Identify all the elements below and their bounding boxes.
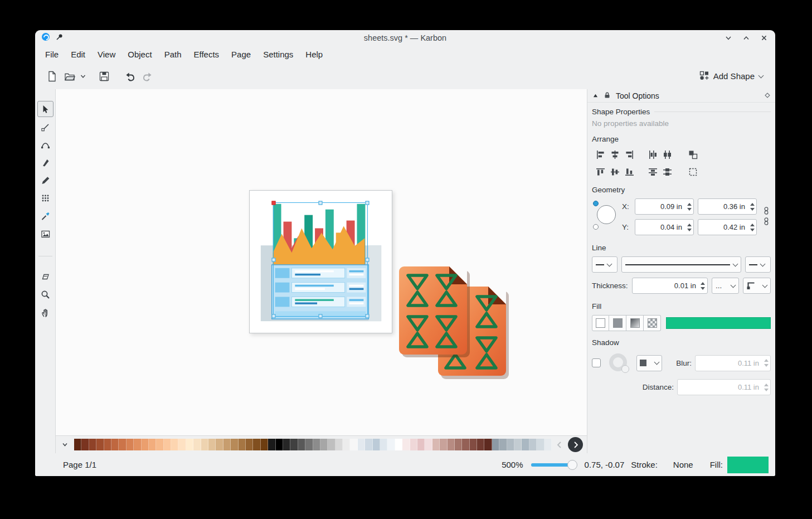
distribute-horizontal-center-button[interactable] — [660, 147, 674, 162]
menu-help[interactable]: Help — [299, 47, 329, 62]
palette-swatch[interactable] — [186, 439, 193, 450]
palette-swatch[interactable] — [178, 439, 186, 450]
palette-swatch[interactable] — [111, 439, 119, 450]
palette-swatch[interactable] — [507, 439, 514, 450]
bezier-curve-tool-button[interactable] — [37, 137, 54, 153]
align-top-button[interactable] — [593, 164, 607, 179]
ungroup-shapes-button[interactable] — [685, 164, 700, 179]
palette-swatch[interactable] — [470, 439, 477, 450]
line-join-select[interactable]: ... — [712, 278, 740, 294]
close-button[interactable] — [759, 33, 769, 43]
palette-swatch[interactable] — [283, 439, 290, 450]
canvas[interactable] — [56, 89, 587, 435]
calligraphy-tool-button[interactable] — [37, 154, 54, 171]
minimize-button[interactable] — [723, 33, 733, 43]
menu-file[interactable]: File — [39, 47, 65, 62]
height-spinbox[interactable]: 0.42 in — [698, 219, 757, 235]
line-thickness-spinbox[interactable]: 0.01 in — [632, 278, 708, 294]
palette-swatch[interactable] — [81, 439, 89, 450]
group-shapes-button[interactable] — [685, 147, 700, 162]
palette-swatch[interactable] — [253, 439, 260, 450]
zoom-slider[interactable] — [531, 459, 577, 471]
menu-page[interactable]: Page — [225, 47, 257, 62]
maximize-button[interactable] — [741, 33, 751, 43]
menu-object[interactable]: Object — [121, 47, 158, 62]
spinner-arrows[interactable] — [699, 282, 707, 290]
palette-swatch[interactable] — [350, 439, 357, 450]
palette-swatch[interactable] — [544, 439, 552, 450]
palette-swatch[interactable] — [119, 439, 126, 450]
zoom-tool-button[interactable] — [37, 287, 54, 303]
pencil-tool-button[interactable] — [37, 172, 54, 188]
palette-swatch[interactable] — [231, 439, 238, 450]
palette-swatch[interactable] — [455, 439, 462, 450]
menu-path[interactable]: Path — [158, 47, 188, 62]
palette-swatch[interactable] — [89, 439, 96, 450]
save-button[interactable] — [95, 67, 113, 85]
line-start-marker-select[interactable] — [592, 256, 617, 273]
line-style-select[interactable] — [621, 256, 741, 273]
palette-swatch[interactable] — [142, 439, 149, 450]
palette-swatch[interactable] — [239, 439, 246, 450]
chart-illustration-object[interactable] — [250, 191, 392, 333]
float-docker-icon[interactable] — [765, 91, 770, 100]
fill-none-button[interactable] — [592, 315, 609, 331]
palette-swatch[interactable] — [290, 439, 298, 450]
pin-icon[interactable] — [56, 33, 63, 43]
add-shape-button[interactable]: Add Shape — [695, 68, 767, 85]
palette-swatch[interactable] — [298, 439, 305, 450]
spinner-arrows[interactable] — [685, 203, 693, 211]
palette-swatch[interactable] — [305, 439, 313, 450]
palette-swatch[interactable] — [462, 439, 469, 450]
position-anchor-selector[interactable] — [592, 198, 622, 233]
y-position-spinbox[interactable]: 0.04 in — [635, 219, 694, 235]
palette-swatch[interactable] — [104, 439, 111, 450]
palette-swatch[interactable] — [127, 439, 134, 450]
x-position-spinbox[interactable]: 0.09 in — [635, 198, 694, 215]
fill-solid-button[interactable] — [609, 315, 626, 331]
palette-swatch[interactable] — [373, 439, 380, 450]
palette-next-button[interactable] — [568, 437, 583, 452]
pan-tool-button[interactable] — [37, 304, 54, 321]
palette-swatch[interactable] — [171, 439, 178, 450]
palette-swatch[interactable] — [477, 439, 484, 450]
palette-swatch[interactable] — [499, 439, 507, 450]
distribute-vertical-center-button[interactable] — [660, 164, 674, 179]
palette-swatch[interactable] — [402, 439, 410, 450]
fill-gradient-button[interactable] — [626, 315, 644, 331]
palette-swatch[interactable] — [149, 439, 156, 450]
palette-swatch[interactable] — [336, 439, 343, 450]
collapse-icon[interactable] — [592, 91, 599, 100]
palette-swatch[interactable] — [276, 439, 283, 450]
palette-swatch[interactable] — [448, 439, 455, 450]
new-document-button[interactable] — [43, 67, 61, 85]
palette-swatch[interactable] — [164, 439, 171, 450]
palette-swatch[interactable] — [432, 439, 440, 450]
palette-swatch[interactable] — [484, 439, 492, 450]
palette-swatch[interactable] — [380, 439, 387, 450]
align-left-button[interactable] — [593, 147, 607, 162]
palette-swatch[interactable] — [74, 439, 81, 450]
palette-swatch[interactable] — [395, 439, 402, 450]
palette-swatch[interactable] — [268, 439, 275, 450]
line-end-marker-select[interactable] — [745, 256, 771, 273]
lock-icon[interactable] — [604, 91, 611, 100]
palette-swatch[interactable] — [313, 439, 320, 450]
palette-swatch[interactable] — [343, 439, 350, 450]
karbon-app-icon[interactable] — [41, 32, 50, 43]
palette-swatch[interactable] — [514, 439, 522, 450]
palette-swatch[interactable] — [208, 439, 216, 450]
shadow-distance-spinbox[interactable]: 0.11 in — [677, 379, 771, 395]
freehand-path-tool-button[interactable] — [37, 119, 54, 135]
palette-swatch[interactable] — [201, 439, 208, 450]
distribute-horizontal-left-button[interactable] — [645, 147, 660, 162]
width-spinbox[interactable]: 0.36 in — [698, 198, 757, 215]
palette-swatch[interactable] — [387, 439, 395, 450]
palette-swatch[interactable] — [223, 439, 231, 450]
align-right-button[interactable] — [622, 147, 636, 162]
undo-button[interactable] — [121, 67, 139, 85]
image-edit-tool-button[interactable] — [37, 226, 54, 242]
align-center-horizontal-button[interactable] — [607, 147, 622, 162]
align-center-vertical-button[interactable] — [607, 164, 622, 179]
shadow-angle-selector[interactable] — [608, 352, 629, 374]
